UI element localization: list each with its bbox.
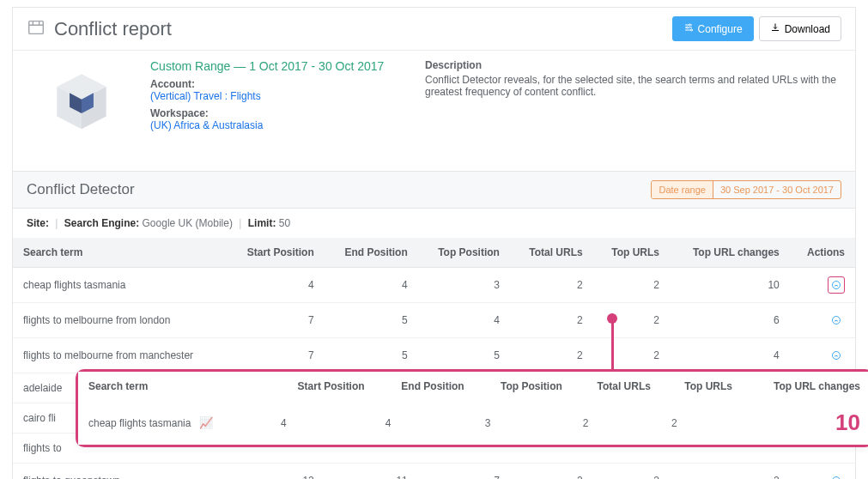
account-link[interactable]: (Vertical) Travel : Flights — [150, 90, 391, 102]
page-title: Conflict report — [54, 18, 672, 40]
download-button[interactable]: Download — [759, 16, 841, 41]
filter-line: Site: | Search Engine: Google UK (Mobile… — [13, 209, 855, 238]
callout-overlay: Search term Start Position End Position … — [76, 369, 868, 447]
svg-point-1 — [689, 24, 690, 26]
table-row: flights to melbourne from london754226 — [13, 303, 855, 338]
url-action-icon[interactable] — [828, 472, 845, 479]
term-cell[interactable]: flights to melbourne from manchester — [13, 338, 227, 373]
url-action-icon[interactable] — [828, 312, 845, 329]
configure-button[interactable]: Configure — [672, 16, 754, 41]
date-range-text: Custom Range — 1 Oct 2017 - 30 Oct 2017 — [150, 59, 391, 73]
svg-point-3 — [690, 29, 692, 31]
url-action-icon[interactable] — [828, 347, 845, 364]
sparkline-icon: 📈 — [199, 416, 211, 429]
cube-icon — [39, 59, 124, 145]
term-cell[interactable]: flights to melbourne from london — [13, 303, 227, 338]
description-label: Description — [425, 59, 841, 71]
svg-rect-0 — [29, 21, 44, 34]
table-row: flights to melbourne from manchester7552… — [13, 338, 855, 373]
table-row: flights to queenstown12117222 — [13, 464, 855, 480]
svg-point-2 — [686, 27, 688, 28]
table-row: cheap flights tasmania4432210 — [13, 268, 855, 303]
download-icon — [770, 22, 780, 35]
workspace-label: Workspace: — [150, 107, 391, 119]
account-label: Account: — [150, 78, 391, 90]
report-icon — [27, 18, 46, 39]
url-action-icon[interactable] — [828, 276, 845, 294]
workspace-link[interactable]: (UK) Africa & Australasia — [150, 119, 391, 131]
term-cell[interactable]: flights to queenstown — [13, 464, 227, 480]
panel-title: Conflict Detector — [27, 181, 651, 198]
description-text: Conflict Detector reveals, for the selec… — [425, 74, 836, 98]
sliders-icon — [683, 22, 694, 35]
date-range-chip[interactable]: Date range 30 Sep 2017 - 30 Oct 2017 — [651, 180, 841, 199]
annotation-line — [611, 320, 614, 372]
term-cell[interactable]: cheap flights tasmania — [13, 268, 227, 303]
